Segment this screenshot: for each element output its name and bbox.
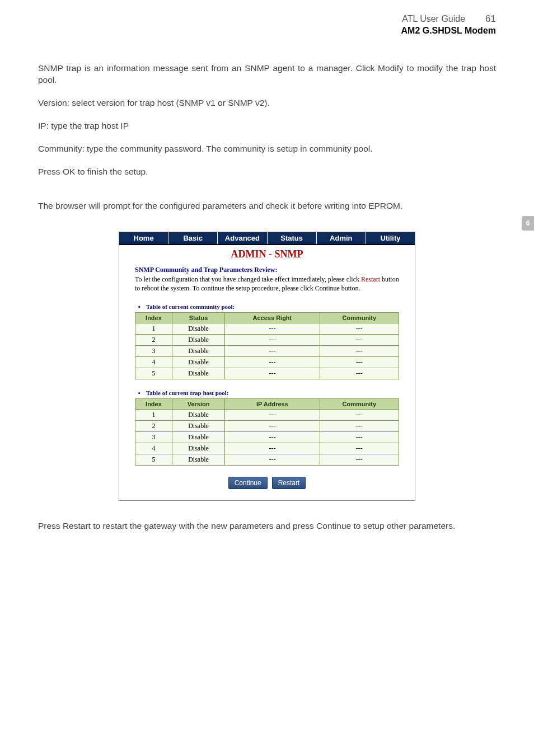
table-row: 3Disable------ xyxy=(135,431,399,443)
table-header: Status xyxy=(172,312,224,323)
screenshot-title: ADMIN - SNMP xyxy=(119,248,415,260)
table-row: 4Disable------ xyxy=(135,443,399,454)
restart-word: Restart xyxy=(361,275,380,283)
tab-basic[interactable]: Basic xyxy=(168,232,218,244)
header-title: ATL User Guide xyxy=(402,14,465,24)
body-paragraph: IP: type the trap host IP xyxy=(38,120,496,132)
tab-admin[interactable]: Admin xyxy=(317,232,366,244)
table-row: 2Disable------ xyxy=(135,334,399,345)
body-paragraph: Press OK to finish the setup. xyxy=(38,166,496,178)
admin-snmp-screenshot: Home Basic Advanced Status Admin Utility… xyxy=(119,232,415,500)
table-row: 5Disable------ xyxy=(135,368,399,379)
table-header: Index xyxy=(135,312,172,323)
table-header: Version xyxy=(172,398,224,409)
snmp-description: To let the configuration that you have c… xyxy=(135,275,399,293)
body-paragraph: Community: type the community password. … xyxy=(38,143,496,155)
table-row: 4Disable------ xyxy=(135,356,399,368)
body-paragraph: SNMP trap is an information message sent… xyxy=(38,63,496,86)
table-row: 3Disable------ xyxy=(135,345,399,356)
table-header: Community xyxy=(320,312,399,323)
table-header: Index xyxy=(135,398,172,409)
table-row: 5Disable------ xyxy=(135,454,399,465)
tab-advanced[interactable]: Advanced xyxy=(218,232,267,244)
restart-button[interactable]: Restart xyxy=(272,477,306,489)
chapter-side-tab: 6 xyxy=(522,216,534,231)
body-paragraph: Version: select version for trap host (S… xyxy=(38,97,496,109)
trap-host-pool-table: Index Version IP Address Community 1Disa… xyxy=(135,398,399,466)
continue-button[interactable]: Continue xyxy=(228,477,268,489)
footer-paragraph: Press Restart to restart the gateway wit… xyxy=(38,521,496,531)
table-header: IP Address xyxy=(225,398,320,409)
nav-tabs: Home Basic Advanced Status Admin Utility xyxy=(119,232,415,245)
table-row: 1Disable------ xyxy=(135,323,399,334)
header-subtitle: AM2 G.SHDSL Modem xyxy=(38,26,496,36)
table-row: 1Disable------ xyxy=(135,409,399,420)
table-header: Access Right xyxy=(225,312,320,323)
community-pool-caption: Table of current community pool: xyxy=(146,303,415,310)
tab-home[interactable]: Home xyxy=(119,232,168,244)
tab-utility[interactable]: Utility xyxy=(366,232,415,244)
page-number: 61 xyxy=(485,13,496,25)
community-pool-table: Index Status Access Right Community 1Dis… xyxy=(135,312,399,379)
trap-host-pool-caption: Table of current trap host pool: xyxy=(146,389,415,396)
table-header: Community xyxy=(320,398,399,409)
snmp-heading: SNMP Community and Trap Parameters Revie… xyxy=(135,266,415,274)
tab-status[interactable]: Status xyxy=(268,232,317,244)
body-paragraph: The browser will prompt for the configur… xyxy=(38,200,496,212)
table-row: 2Disable------ xyxy=(135,420,399,431)
